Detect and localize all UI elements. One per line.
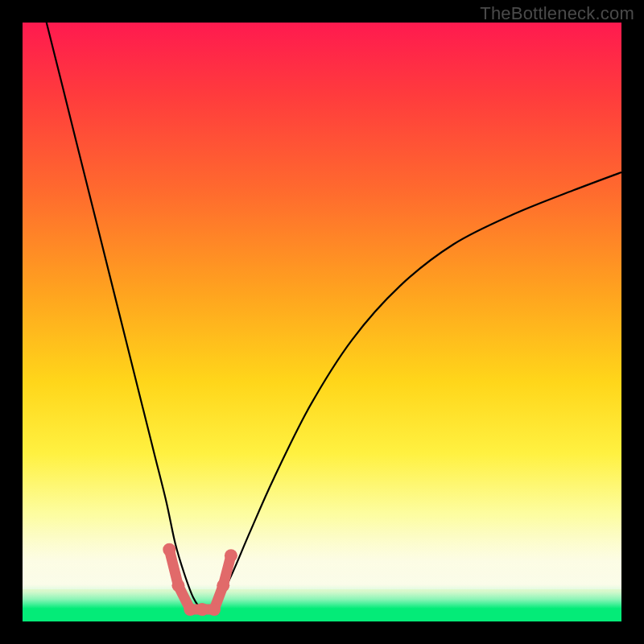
watermark-text: TheBottleneck.com [480,3,634,24]
curves-svg [23,23,621,621]
chart-container: TheBottleneck.com [0,0,644,644]
marker-point [196,603,208,616]
marker-point [208,603,221,616]
marker-point [217,579,229,592]
bottleneck-curve [23,23,621,611]
marker-point [184,603,196,616]
plot-area [23,23,621,621]
marker-point [225,549,237,562]
marker-point [163,543,175,556]
optimal-range-markers [163,543,237,616]
marker-point [171,579,184,592]
